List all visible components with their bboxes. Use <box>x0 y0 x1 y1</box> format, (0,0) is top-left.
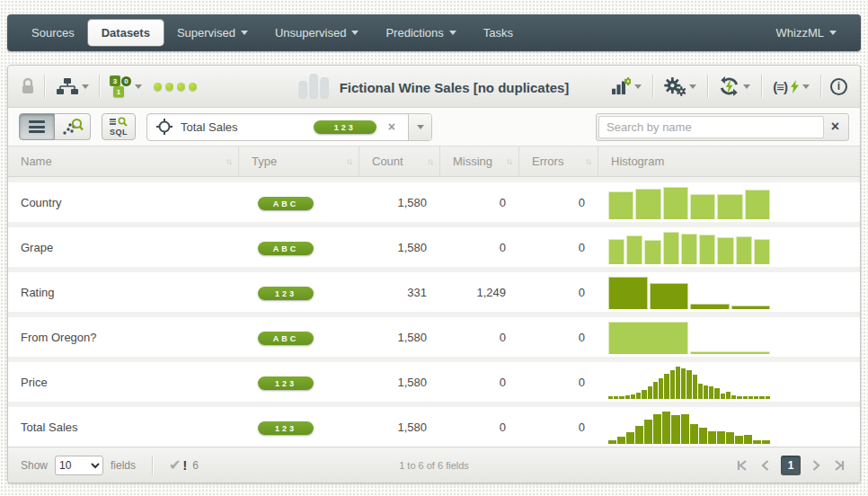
histogram-bar <box>736 236 752 264</box>
divider <box>44 75 45 98</box>
nav-item-unsupervised[interactable]: Unsupervised <box>261 20 373 46</box>
column-label: Missing <box>453 155 492 168</box>
histogram-bar <box>644 240 660 264</box>
sort-icon[interactable]: ↑↓ <box>427 156 432 166</box>
field-name: Grape <box>8 241 238 254</box>
histogram-bar <box>762 440 770 444</box>
sort-icon[interactable]: ↑↓ <box>226 156 231 166</box>
pagination: 1 <box>734 456 847 475</box>
table-row[interactable]: Country ABC 1,580 0 0 <box>8 182 860 222</box>
histogram-bar <box>686 370 691 399</box>
histogram-bar <box>619 396 624 399</box>
field-type-badge: 123 <box>314 120 376 134</box>
nav-item-sources[interactable]: Sources <box>18 20 88 46</box>
missing-cell: 1,249 <box>439 286 518 299</box>
histogram-bar <box>753 440 761 444</box>
sort-icon[interactable]: ↑↓ <box>506 156 511 166</box>
table-row[interactable]: Total Sales 123 1,580 0 0 <box>8 407 860 447</box>
search-input[interactable] <box>598 116 824 138</box>
histogram-bar <box>650 283 689 309</box>
histogram-bar <box>681 414 689 444</box>
scatterplot-view-button[interactable] <box>55 113 91 140</box>
nav-item-datasets[interactable]: Datasets <box>88 20 164 46</box>
histogram-bar <box>698 384 703 399</box>
histogram[interactable] <box>608 232 770 264</box>
missing-cell: 0 <box>439 241 518 254</box>
column-label: Histogram <box>611 155 664 168</box>
table-row[interactable]: Grape ABC 1,580 0 0 <box>8 227 860 267</box>
missing-cell: 0 <box>439 331 518 344</box>
table-row[interactable]: From Oregon? ABC 1,580 0 0 <box>8 317 860 357</box>
sort-icon[interactable]: ↑↓ <box>585 156 590 166</box>
tree-view-button[interactable] <box>54 76 92 97</box>
field-type-badge: ABC <box>258 197 314 210</box>
clear-field-icon[interactable]: × <box>385 120 399 134</box>
scriptify-button[interactable]: (≡) <box>771 79 811 94</box>
nav-item-tasks[interactable]: Tasks <box>470 20 527 46</box>
errors-cell: 0 <box>518 331 598 344</box>
column-header-count[interactable]: Count↑↓ <box>359 146 439 176</box>
histogram-bar <box>653 414 661 444</box>
field-filter-combo[interactable]: Total Sales 123 × <box>146 113 432 141</box>
column-header-missing[interactable]: Missing↑↓ <box>439 146 518 176</box>
chart-config-button[interactable] <box>609 77 643 95</box>
histogram-bar <box>748 396 753 399</box>
table-row[interactable]: Rating 123 331 1,249 0 <box>8 272 860 312</box>
histogram[interactable] <box>608 367 770 399</box>
pagination-range: 1 to 6 of 6 fields <box>399 460 469 471</box>
nav-menu: Sources Datasets Supervised Unsupervised… <box>18 14 527 51</box>
errors-cell: 0 <box>518 241 598 254</box>
field-dropdown-toggle[interactable] <box>408 114 431 140</box>
configure-button[interactable] <box>662 76 698 96</box>
column-header-errors[interactable]: Errors↑↓ <box>518 146 598 176</box>
missing-cell: 0 <box>439 376 518 389</box>
list-view-button[interactable] <box>19 113 55 140</box>
sql-view-button[interactable]: SQL <box>102 113 136 140</box>
histogram-bar <box>635 189 660 219</box>
prev-page-icon[interactable] <box>757 456 774 474</box>
field-filter-value: Total Sales 123 × <box>147 114 408 140</box>
next-page-icon[interactable] <box>808 456 824 474</box>
lock-icon[interactable] <box>21 77 35 95</box>
table-row[interactable]: Price 123 1,580 0 0 <box>8 362 860 402</box>
selected-field-label: Total Sales <box>181 120 306 134</box>
histogram-bar <box>754 239 770 264</box>
sample-button[interactable]: 301 <box>107 74 145 99</box>
histogram-bar <box>699 428 707 444</box>
errors-cell: 0 <box>518 376 598 389</box>
exclamation-icon: ! <box>182 458 187 473</box>
chart-config-icon <box>611 77 631 95</box>
histogram-bar <box>737 396 741 399</box>
scatterplot-icon <box>62 118 84 136</box>
nav-label: Sources <box>31 26 75 40</box>
chevron-down-icon <box>829 31 837 35</box>
nav-item-supervised[interactable]: Supervised <box>164 20 261 46</box>
info-icon[interactable]: i <box>830 78 847 95</box>
histogram[interactable] <box>608 187 770 219</box>
histogram[interactable] <box>608 322 770 354</box>
histogram-bar <box>731 306 771 309</box>
histogram[interactable] <box>608 412 770 444</box>
first-page-icon[interactable] <box>734 456 750 474</box>
histogram-bar <box>626 432 634 444</box>
count-cell: 331 <box>359 286 439 299</box>
histogram-bar <box>731 395 736 399</box>
nav-label: Datasets <box>102 26 150 40</box>
page-size-select[interactable]: 10 <box>55 456 103 475</box>
field-type-badge: 123 <box>258 287 314 300</box>
sort-icon[interactable]: ↑↓ <box>346 156 351 166</box>
column-header-name[interactable]: Name↑↓ <box>8 146 238 176</box>
divider <box>761 75 762 98</box>
one-click-button[interactable] <box>717 76 752 96</box>
clear-search-icon[interactable]: × <box>824 119 846 135</box>
current-page[interactable]: 1 <box>781 456 801 475</box>
nav-label: Unsupervised <box>275 26 347 40</box>
nav-item-predictions[interactable]: Predictions <box>372 20 469 46</box>
page-title: Fictional Wine Sales [no duplicates] <box>340 80 570 99</box>
nav-item-whizzml[interactable]: WhizzML <box>763 20 850 46</box>
column-header-type[interactable]: Type↑↓ <box>238 146 359 176</box>
tree-view-icon <box>57 78 78 95</box>
last-page-icon[interactable] <box>831 456 847 474</box>
bigml-datasets-page: Sources Datasets Supervised Unsupervised… <box>0 0 868 496</box>
histogram[interactable] <box>608 277 770 309</box>
